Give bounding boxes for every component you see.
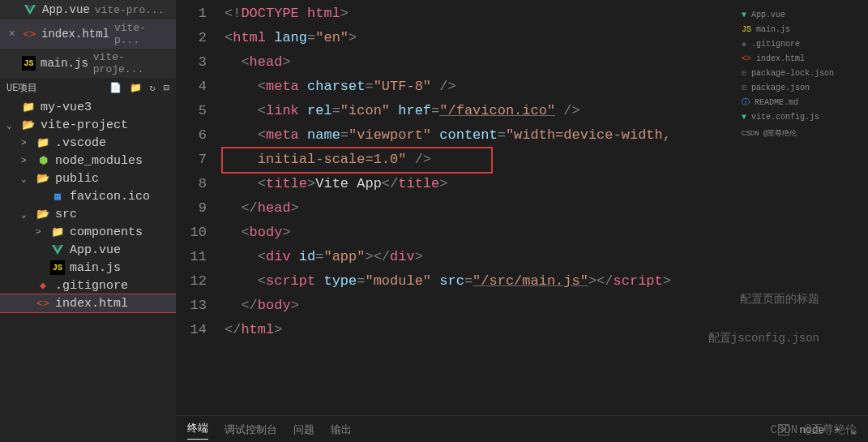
tree-folder-src[interactable]: ⌄📂src xyxy=(0,205,176,223)
folder-icon: 📁 xyxy=(50,225,65,239)
tree-label: components xyxy=(70,225,143,239)
terminal-tab-debug[interactable]: 调试控制台 xyxy=(224,423,277,437)
minimap-file: vite.config.js xyxy=(751,112,819,123)
line-number: 1 xyxy=(176,2,207,26)
code-editor[interactable]: 1 2 3 4 5 6 7 8 9 10 11 12 13 14 <!DOCTY… xyxy=(176,0,868,415)
line-number: 6 xyxy=(176,123,207,148)
folder-icon: 📁 xyxy=(21,100,36,114)
new-folder-icon[interactable]: 📁 xyxy=(130,82,142,94)
new-file-icon[interactable]: 📄 xyxy=(109,82,122,94)
vite-icon: ▼ xyxy=(742,112,746,123)
tree-file-main-js[interactable]: JSmain.js xyxy=(0,259,176,277)
chevron-right-icon[interactable]: > xyxy=(21,138,31,148)
vue-icon xyxy=(23,2,37,17)
open-tab-index-html[interactable]: × <> index.html vite-p... xyxy=(0,19,176,49)
readme-icon: ⓘ xyxy=(742,97,750,109)
tab-path: vite-p... xyxy=(114,22,169,46)
tree-label: public xyxy=(55,172,99,186)
editor-area: 发布文章 1 2 3 4 5 6 7 8 9 10 11 12 13 14 <!… xyxy=(176,0,868,442)
js-icon: JS xyxy=(22,56,36,71)
tree-label: node_modules xyxy=(55,154,143,168)
tree-folder-components[interactable]: >📁components xyxy=(0,223,176,241)
explorer-header: UE项目 📄 📁 ↻ ⊟ xyxy=(0,78,176,98)
tab-path: vite-proje... xyxy=(93,51,169,75)
tree-label: src xyxy=(55,208,77,221)
file-tree: 📁my-vue3 ⌄📂vite-project >📁.vscode >⬢node… xyxy=(0,98,176,312)
image-icon: ▦ xyxy=(50,189,65,204)
vue-icon: ▼ xyxy=(742,10,746,21)
tab-filename: main.js xyxy=(41,57,88,70)
chevron-down-icon[interactable]: ⌄ xyxy=(21,209,31,220)
terminal-tab-terminal[interactable]: 终端 xyxy=(187,421,208,440)
section-label: UE项目 xyxy=(6,81,37,95)
folder-icon: 📂 xyxy=(21,118,36,132)
sidebar: App.vue vite-pro... × <> index.html vite… xyxy=(0,0,176,442)
minimap-file: package-lock.json xyxy=(751,68,834,79)
tab-filename: App.vue xyxy=(42,3,90,16)
tree-folder-vscode[interactable]: >📁.vscode xyxy=(0,134,176,152)
watermark: CSDN @至尊绝伦 xyxy=(771,423,857,437)
terminal-panel: 终端 调试控制台 问题 输出 > node + ⌄ CSDN @至尊绝伦 xyxy=(176,415,868,442)
tree-file-favicon[interactable]: ▦favicon.ico xyxy=(0,187,176,205)
minimap-file: main.js xyxy=(756,24,790,36)
open-tab-app-vue[interactable]: App.vue vite-pro... xyxy=(0,0,176,19)
terminal-tab-output[interactable]: 输出 xyxy=(331,423,352,437)
node-icon: ⬢ xyxy=(36,153,50,168)
line-gutter: 1 2 3 4 5 6 7 8 9 10 11 12 13 14 xyxy=(176,0,224,415)
terminal-tab-problems[interactable]: 问题 xyxy=(293,423,314,437)
line-number: 4 xyxy=(176,75,207,99)
minimap-file: App.vue xyxy=(751,10,785,21)
line-number: 11 xyxy=(176,245,207,269)
tree-file-app-vue[interactable]: App.vue xyxy=(0,241,176,259)
chevron-right-icon[interactable]: > xyxy=(36,227,45,237)
tree-label: favicon.ico xyxy=(70,190,150,204)
js-icon: JS xyxy=(742,24,751,36)
tree-folder-my-vue3[interactable]: 📁my-vue3 xyxy=(0,98,176,116)
line-number: 14 xyxy=(176,318,207,342)
tab-filename: index.html xyxy=(41,28,109,41)
folder-icon: 📂 xyxy=(36,207,50,221)
folder-icon: 📁 xyxy=(36,135,50,150)
tree-label: vite-project xyxy=(41,118,128,132)
refresh-icon[interactable]: ↻ xyxy=(150,82,156,94)
line-number: 10 xyxy=(176,221,207,245)
minimap-watermark: CSDN @至尊绝伦 xyxy=(742,128,862,139)
git-icon: ◆ xyxy=(742,39,746,50)
line-number: 8 xyxy=(176,172,207,196)
terminal-tabs: 终端 调试控制台 问题 输出 > node + ⌄ xyxy=(176,416,868,442)
minimap-file: README.md xyxy=(755,97,798,109)
line-number: 5 xyxy=(176,99,207,123)
tree-label: .vscode xyxy=(55,136,106,150)
json-icon: ⊞ xyxy=(742,83,746,94)
minimap[interactable]: ▼App.vue JSmain.js ◆.gitignore <>index.h… xyxy=(737,3,866,144)
close-icon[interactable]: × xyxy=(6,28,18,41)
tree-label: App.vue xyxy=(70,243,121,257)
line-number: 2 xyxy=(176,26,207,50)
html-icon: <> xyxy=(23,27,36,41)
minimap-file: package.json xyxy=(751,83,810,94)
line-number: 3 xyxy=(176,50,207,75)
tree-label: index.html xyxy=(55,297,128,311)
line-number: 9 xyxy=(176,196,207,221)
folder-icon: 📂 xyxy=(36,171,50,186)
line-number: 7 xyxy=(176,148,207,172)
git-icon: ◆ xyxy=(36,278,50,293)
json-icon: ⊞ xyxy=(742,68,746,79)
collapse-icon[interactable]: ⊟ xyxy=(164,82,169,94)
chevron-down-icon[interactable]: ⌄ xyxy=(21,174,31,184)
chevron-right-icon[interactable]: > xyxy=(21,156,31,165)
js-icon: JS xyxy=(50,260,65,275)
open-tab-main-js[interactable]: JS main.js vite-proje... xyxy=(0,49,176,78)
chevron-down-icon[interactable]: ⌄ xyxy=(6,120,16,131)
tree-file-index-html[interactable]: <>index.html xyxy=(0,294,176,312)
tree-folder-vite-project[interactable]: ⌄📂vite-project xyxy=(0,116,176,134)
tree-folder-node-modules[interactable]: >⬢node_modules xyxy=(0,152,176,170)
minimap-file: index.html xyxy=(756,54,805,65)
open-editors: App.vue vite-pro... × <> index.html vite… xyxy=(0,0,176,78)
tree-label: .gitignore xyxy=(55,279,128,293)
html-icon: <> xyxy=(742,54,751,65)
tab-path: vite-pro... xyxy=(95,4,165,16)
vue-icon xyxy=(50,242,65,257)
tree-file-gitignore[interactable]: ◆.gitignore xyxy=(0,277,176,294)
tree-folder-public[interactable]: ⌄📂public xyxy=(0,170,176,187)
